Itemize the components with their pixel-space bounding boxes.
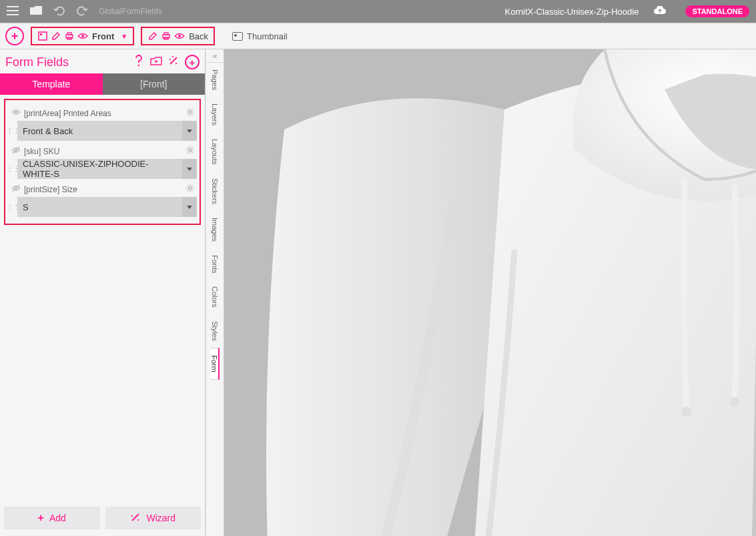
svg-point-11 <box>15 111 17 113</box>
visibility-icon[interactable] <box>11 184 21 194</box>
edit-icon <box>51 31 61 41</box>
collapse-panel-icon[interactable]: « <box>206 49 224 63</box>
folder-icon[interactable] <box>29 5 43 17</box>
project-name: KornitX-Classic-Unisex-Zip-Hoodie <box>505 7 639 17</box>
cloud-icon[interactable] <box>653 6 667 17</box>
chevron-down-icon[interactable] <box>182 197 197 217</box>
undo-icon[interactable] <box>53 5 65 18</box>
vtab-layers[interactable]: Layers <box>211 97 219 132</box>
vtab-images[interactable]: Images <box>211 211 219 248</box>
hamburger-icon[interactable] <box>7 6 19 17</box>
redo-icon[interactable] <box>76 5 88 18</box>
print-icon <box>64 31 75 41</box>
gear-icon[interactable] <box>186 146 194 156</box>
field-1: [sku] SKU⋮⋮CLASSIC-UNISEX-ZIPHOODIE-WHIT… <box>8 145 197 179</box>
eye-icon <box>174 31 185 41</box>
svg-point-14 <box>189 149 192 152</box>
svg-rect-1 <box>40 33 42 35</box>
image-icon <box>232 32 243 41</box>
drag-handle-icon[interactable]: ⋮⋮ <box>8 121 17 141</box>
folder-add-icon[interactable] <box>150 55 162 67</box>
svg-point-12 <box>189 111 192 113</box>
field-value: S <box>23 202 177 212</box>
panel-title: Form Fields <box>5 55 133 69</box>
chevron-down-icon[interactable] <box>182 121 197 141</box>
svg-point-18 <box>682 407 692 417</box>
field-label: [printSize] Size <box>24 185 186 194</box>
wand-icon[interactable] <box>167 55 179 67</box>
eye-icon <box>77 31 88 41</box>
field-select[interactable]: CLASSIC-UNISEX-ZIPHOODIE-WHITE-S <box>17 159 182 179</box>
vtab-form[interactable]: Form <box>210 348 220 380</box>
vtab-stickers[interactable]: Stickers <box>211 172 219 211</box>
vtab-layouts[interactable]: Layouts <box>211 132 219 172</box>
visibility-icon[interactable] <box>11 108 21 118</box>
field-label: [sku] SKU <box>24 147 186 156</box>
field-0: [printArea] Printed Areas⋮⋮Front & Back <box>8 107 197 141</box>
tab-front[interactable]: Front ▼ <box>31 27 134 45</box>
print-icon <box>161 31 171 41</box>
add-page-button[interactable]: + <box>5 27 24 45</box>
svg-point-10 <box>138 65 139 66</box>
breadcrumb: GlobalFormFields <box>99 7 162 16</box>
field-label: [printArea] Printed Areas <box>24 109 186 118</box>
edit-icon <box>147 31 158 41</box>
field-value: CLASSIC-UNISEX-ZIPHOODIE-WHITE-S <box>23 159 177 179</box>
field-select[interactable]: Front & Back <box>17 121 182 141</box>
tab-back[interactable]: Back <box>141 27 215 45</box>
vtab-pages[interactable]: Pages <box>211 63 219 97</box>
svg-point-19 <box>730 397 740 407</box>
gear-icon[interactable] <box>186 108 194 118</box>
add-label: Add <box>49 513 66 523</box>
add-button[interactable]: + Add <box>4 507 100 529</box>
vtab-colors[interactable]: Colors <box>211 280 219 314</box>
layout-icon <box>37 31 48 41</box>
chevron-down-icon: ▼ <box>121 33 127 40</box>
svg-rect-3 <box>67 33 71 35</box>
svg-rect-0 <box>39 32 47 40</box>
wizard-label: Wizard <box>146 513 175 523</box>
svg-point-16 <box>189 187 192 190</box>
svg-point-5 <box>81 35 84 37</box>
drag-handle-icon[interactable]: ⋮⋮ <box>8 159 17 179</box>
wizard-button[interactable]: Wizard <box>105 507 202 529</box>
product-preview <box>264 49 756 536</box>
field-2: [printSize] Size⋮⋮S <box>8 183 197 217</box>
add-field-button[interactable]: + <box>185 55 200 69</box>
vtab-styles[interactable]: Styles <box>211 314 219 348</box>
plus-icon: + <box>38 512 44 524</box>
drag-handle-icon[interactable]: ⋮⋮ <box>8 197 17 217</box>
wand-icon <box>130 512 141 525</box>
svg-rect-7 <box>164 33 168 35</box>
field-value: Front & Back <box>23 126 177 136</box>
standalone-badge: STANDALONE <box>685 5 749 17</box>
chevron-down-icon[interactable] <box>182 159 197 179</box>
tab-back-label: Back <box>189 31 208 41</box>
thumbnail-button[interactable]: Thumbnail <box>232 31 288 41</box>
vtab-fonts[interactable]: Fonts <box>211 248 219 280</box>
gear-icon[interactable] <box>186 184 194 194</box>
tab-template[interactable]: Template <box>0 73 103 95</box>
visibility-icon[interactable] <box>11 146 21 156</box>
tab-front-panel[interactable]: [Front] <box>103 73 206 95</box>
field-select[interactable]: S <box>17 197 182 217</box>
design-canvas[interactable] <box>224 49 756 536</box>
svg-point-9 <box>178 35 181 37</box>
help-icon[interactable] <box>133 55 145 67</box>
thumbnail-label: Thumbnail <box>247 31 288 41</box>
tab-front-label: Front <box>92 31 114 41</box>
